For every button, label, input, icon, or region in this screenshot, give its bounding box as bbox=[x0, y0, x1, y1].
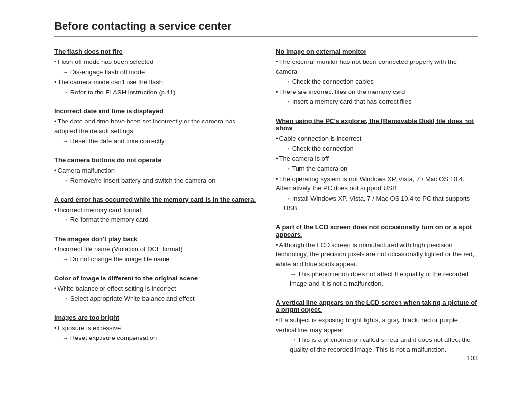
section-title-card-error: A card error has occurred while the memo… bbox=[54, 196, 256, 203]
section-title-color-image: Color of image is different to the origi… bbox=[54, 275, 256, 282]
section-title-date-time: Incorrect date and time is displayed bbox=[54, 107, 256, 115]
section-images-bright: Images are too brightExposure is excessi… bbox=[54, 314, 256, 343]
item-text: Check the connection bbox=[276, 144, 478, 154]
item-text: This phenomenon does not affect the qual… bbox=[276, 269, 478, 288]
list-item: Refer to the FLASH instruction (p.41) bbox=[54, 88, 256, 97]
list-item: This phenomenon does not affect the qual… bbox=[276, 269, 478, 288]
list-item: Remove/re-insert battery and switch the … bbox=[54, 176, 256, 185]
item-text: Turn the camera on bbox=[276, 164, 478, 174]
list-item: Cable connection is incorrect bbox=[276, 134, 478, 144]
list-item: Re-format the memory card bbox=[54, 215, 256, 225]
list-item: The camera mode can't use the flash bbox=[54, 77, 256, 87]
list-item: Install Windows XP, Vista, 7 / Mac OS 10… bbox=[276, 194, 478, 213]
list-item: Check the connection cables bbox=[276, 77, 478, 87]
item-text: Incorrect file name (Violation of DCF fo… bbox=[54, 246, 183, 253]
list-item: Reset exposure compensation bbox=[54, 333, 256, 343]
list-item: Incorrect file name (Violation of DCF fo… bbox=[54, 245, 256, 254]
section-items-vertical-line: If a subject is exposing bright lights, … bbox=[276, 315, 478, 354]
page-title: Before contacting a service center bbox=[54, 20, 478, 37]
list-item: The operating system is not Windows XP, … bbox=[276, 174, 478, 193]
list-item: There are incorrect files on the memory … bbox=[276, 87, 478, 97]
left-column: The flash does not fireFlash off mode ha… bbox=[54, 48, 256, 356]
section-items-lcd-spot: Although the LCD screen is manufactured … bbox=[276, 240, 478, 289]
list-item: Insert a memory card that has correct fi… bbox=[276, 97, 478, 107]
item-text: There are incorrect files on the memory … bbox=[276, 88, 405, 95]
section-title-lcd-spot: A part of the LCD screen does not occasi… bbox=[276, 223, 478, 238]
list-item: Do not change the image file name bbox=[54, 254, 256, 264]
section-items-images-bright: Exposure is excessiveReset exposure comp… bbox=[54, 323, 256, 343]
item-text: Dis-engage flash off mode bbox=[54, 67, 256, 77]
item-text: Cable connection is incorrect bbox=[276, 135, 361, 142]
item-text: Insert a memory card that has correct fi… bbox=[276, 97, 478, 107]
section-removable-disk: When using the PC's explorer, the [Remov… bbox=[276, 117, 478, 214]
item-text: Select appropriate White balance and eff… bbox=[54, 294, 256, 304]
list-item: The date and time have been set incorrec… bbox=[54, 117, 256, 136]
section-images-playback: The images don't play backIncorrect file… bbox=[54, 235, 256, 265]
section-items-no-image-monitor: The external monitor has not been connec… bbox=[276, 57, 478, 107]
section-title-flash: The flash does not fire bbox=[54, 48, 256, 55]
item-text: Re-format the memory card bbox=[54, 215, 256, 225]
section-lcd-spot: A part of the LCD screen does not occasi… bbox=[276, 223, 478, 289]
item-text: The camera mode can't use the flash bbox=[54, 78, 163, 86]
item-text: If a subject is exposing bright lights, … bbox=[276, 316, 458, 334]
item-text: The camera is off bbox=[276, 155, 329, 162]
item-text: This is a phenomenon called smear and it… bbox=[276, 335, 478, 354]
list-item: Although the LCD screen is manufactured … bbox=[276, 240, 478, 269]
section-items-removable-disk: Cable connection is incorrectCheck the c… bbox=[276, 134, 478, 213]
page: Before contacting a service center The f… bbox=[30, 0, 502, 375]
section-date-time: Incorrect date and time is displayedThe … bbox=[54, 107, 256, 147]
section-vertical-line: A vertical line appears on the LCD scree… bbox=[276, 299, 478, 355]
section-card-error: A card error has occurred while the memo… bbox=[54, 196, 256, 225]
section-title-camera-buttons: The camera buttons do not operate bbox=[54, 156, 256, 164]
list-item: Turn the camera on bbox=[276, 164, 478, 174]
list-item: If a subject is exposing bright lights, … bbox=[276, 315, 478, 335]
section-flash: The flash does not fireFlash off mode ha… bbox=[54, 48, 256, 97]
section-items-camera-buttons: Camera malfunctionRemove/re-insert batte… bbox=[54, 166, 256, 185]
item-text: Reset the date and time correctly bbox=[54, 136, 256, 146]
list-item: The camera is off bbox=[276, 154, 478, 164]
item-text: Check the connection cables bbox=[276, 77, 478, 87]
item-text: The date and time have been set incorrec… bbox=[54, 118, 235, 135]
section-items-flash: Flash off mode has been selectedDis-enga… bbox=[54, 57, 256, 97]
list-item: Select appropriate White balance and eff… bbox=[54, 294, 256, 304]
list-item: The external monitor has not been connec… bbox=[276, 57, 478, 76]
right-column: No image on external monitorThe external… bbox=[276, 48, 478, 356]
section-title-no-image-monitor: No image on external monitor bbox=[276, 48, 478, 55]
list-item: Check the connection bbox=[276, 144, 478, 154]
item-text: Remove/re-insert battery and switch the … bbox=[54, 176, 256, 185]
item-text: Flash off mode has been selected bbox=[54, 58, 153, 65]
list-item: Dis-engage flash off mode bbox=[54, 67, 256, 77]
item-text: Camera malfunction bbox=[54, 167, 115, 174]
section-title-images-bright: Images are too bright bbox=[54, 314, 256, 321]
section-camera-buttons: The camera buttons do not operateCamera … bbox=[54, 156, 256, 186]
item-text: Reset exposure compensation bbox=[54, 333, 256, 343]
list-item: This is a phenomenon called smear and it… bbox=[276, 335, 478, 354]
item-text: Do not change the image file name bbox=[54, 254, 256, 264]
section-items-date-time: The date and time have been set incorrec… bbox=[54, 117, 256, 146]
item-text: Although the LCD screen is manufactured … bbox=[276, 241, 474, 268]
section-items-color-image: White balance or effect setting is incor… bbox=[54, 284, 256, 304]
list-item: Reset the date and time correctly bbox=[54, 136, 256, 146]
item-text: Exposure is excessive bbox=[54, 324, 121, 332]
section-title-removable-disk: When using the PC's explorer, the [Remov… bbox=[276, 117, 478, 132]
item-text: White balance or effect setting is incor… bbox=[54, 285, 176, 292]
list-item: Incorrect memory card format bbox=[54, 205, 256, 215]
list-item: Exposure is excessive bbox=[54, 323, 256, 333]
section-title-images-playback: The images don't play back bbox=[54, 235, 256, 243]
section-items-images-playback: Incorrect file name (Violation of DCF fo… bbox=[54, 245, 256, 264]
item-text: Install Windows XP, Vista, 7 / Mac OS 10… bbox=[276, 194, 478, 213]
page-number: 103 bbox=[467, 354, 478, 362]
item-text: Incorrect memory card format bbox=[54, 206, 141, 214]
two-column-layout: The flash does not fireFlash off mode ha… bbox=[54, 48, 478, 356]
item-text: The operating system is not Windows XP, … bbox=[276, 175, 465, 192]
item-text: The external monitor has not been connec… bbox=[276, 58, 457, 75]
section-items-card-error: Incorrect memory card formatRe-format th… bbox=[54, 205, 256, 225]
section-title-vertical-line: A vertical line appears on the LCD scree… bbox=[276, 299, 478, 313]
list-item: Camera malfunction bbox=[54, 166, 256, 176]
section-no-image-monitor: No image on external monitorThe external… bbox=[276, 48, 478, 107]
list-item: Flash off mode has been selected bbox=[54, 57, 256, 67]
item-text: Refer to the FLASH instruction (p.41) bbox=[54, 88, 256, 97]
list-item: White balance or effect setting is incor… bbox=[54, 284, 256, 294]
section-color-image: Color of image is different to the origi… bbox=[54, 275, 256, 304]
